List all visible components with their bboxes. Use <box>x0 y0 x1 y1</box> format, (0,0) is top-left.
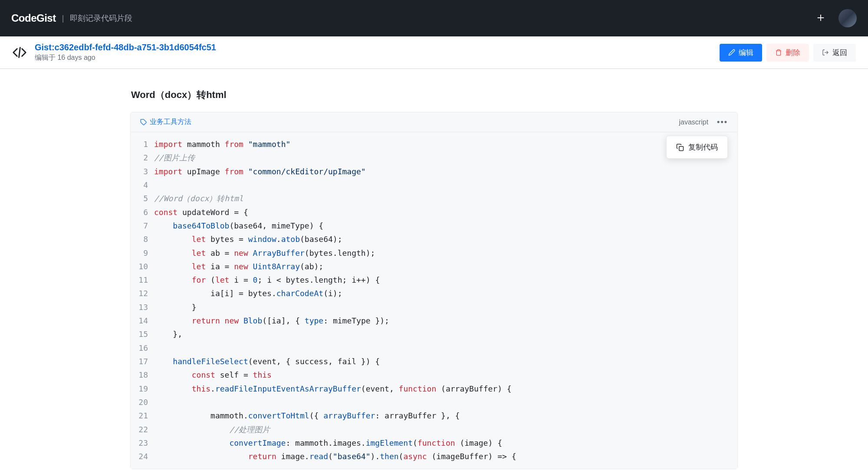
code-line: handleFileSelect(event, { success, fail … <box>154 355 737 368</box>
code-line: return new Blob([ia], { type: mimeType }… <box>154 314 737 327</box>
code-line: return image.read("base64").then(async (… <box>154 450 737 463</box>
gist-meta: 编辑于 16 days ago <box>35 53 216 62</box>
code-lines: import mammoth from "mammoth" //图片上传 imp… <box>151 132 737 469</box>
trash-icon <box>775 49 782 56</box>
language-label: javascript <box>679 118 709 126</box>
code-line <box>154 395 737 409</box>
exit-icon <box>822 49 829 56</box>
edit-button[interactable]: 编辑 <box>720 44 762 62</box>
tag-label: 业务工具方法 <box>150 118 191 127</box>
code-icon <box>12 45 27 60</box>
divider: | <box>62 14 64 23</box>
code-line: } <box>154 300 737 314</box>
svg-rect-5 <box>679 146 684 150</box>
logo[interactable]: CodeGist <box>11 12 56 24</box>
top-header: CodeGist | 即刻记录代码片段 <box>0 0 868 36</box>
avatar[interactable] <box>838 9 857 27</box>
category-tag[interactable]: 业务工具方法 <box>140 118 191 127</box>
back-button[interactable]: 返回 <box>813 44 856 62</box>
gist-info: Gist:c362edbf-fefd-48db-a751-3b1d6054fc5… <box>35 42 216 62</box>
code-line: const self = this <box>154 368 737 382</box>
header-actions <box>816 9 857 27</box>
code-line: import mammoth from "mammoth" <box>154 137 737 151</box>
main-content: Word（docx）转html 业务工具方法 javascript ••• 复制… <box>130 69 738 470</box>
code-line: //Word（docx）转html <box>154 192 737 205</box>
code-line: let bytes = window.atob(base64); <box>154 232 737 246</box>
code-line: const updateWord = { <box>154 206 737 219</box>
code-header: 业务工具方法 javascript ••• 复制代码 <box>131 112 737 132</box>
back-label: 返回 <box>832 48 847 58</box>
pencil-icon <box>728 49 735 56</box>
code-line: mammoth.convertToHtml({ arrayBuffer: arr… <box>154 409 737 422</box>
code-line <box>154 178 737 192</box>
tag-icon <box>140 119 147 126</box>
plus-icon[interactable] <box>816 11 825 26</box>
subheader-actions: 编辑 删除 返回 <box>720 44 856 62</box>
code-line: ia[i] = bytes.charCodeAt(i); <box>154 287 737 300</box>
more-icon[interactable]: ••• <box>717 118 728 127</box>
gist-title[interactable]: Gist:c362edbf-fefd-48db-a751-3b1d6054fc5… <box>35 42 216 52</box>
copy-label: 复制代码 <box>688 142 718 152</box>
tagline: 即刻记录代码片段 <box>70 13 132 23</box>
delete-button[interactable]: 删除 <box>766 44 809 62</box>
code-line: convertImage: mammoth.images.imgElement(… <box>154 436 737 450</box>
delete-label: 删除 <box>786 48 800 58</box>
svg-line-2 <box>19 48 20 58</box>
code-line: base64ToBlob(base64, mimeType) { <box>154 219 737 232</box>
code-line: let ab = new ArrayBuffer(bytes.length); <box>154 246 737 260</box>
code-line: for (let i = 0; i < bytes.length; i++) { <box>154 273 737 287</box>
code-line: }, <box>154 327 737 341</box>
edit-label: 编辑 <box>739 48 753 58</box>
code-header-right: javascript ••• 复制代码 <box>679 118 728 127</box>
code-body: 123456789101112131415161718192021222324 … <box>131 132 737 469</box>
code-line: let ia = new Uint8Array(ab); <box>154 260 737 273</box>
code-line: //处理图片 <box>154 423 737 436</box>
copy-popover[interactable]: 复制代码 <box>666 136 728 159</box>
copy-icon <box>676 144 684 151</box>
code-line: //图片上传 <box>154 151 737 164</box>
code-line <box>154 341 737 355</box>
page-title: Word（docx）转html <box>130 88 738 101</box>
line-numbers: 123456789101112131415161718192021222324 <box>131 132 151 469</box>
code-line: this.readFileInputEventAsArrayBuffer(eve… <box>154 382 737 395</box>
code-container: 业务工具方法 javascript ••• 复制代码 1234567891011… <box>130 112 738 469</box>
subheader: Gist:c362edbf-fefd-48db-a751-3b1d6054fc5… <box>0 36 868 69</box>
code-line: import upImage from "common/ckEditor/upI… <box>154 165 737 178</box>
